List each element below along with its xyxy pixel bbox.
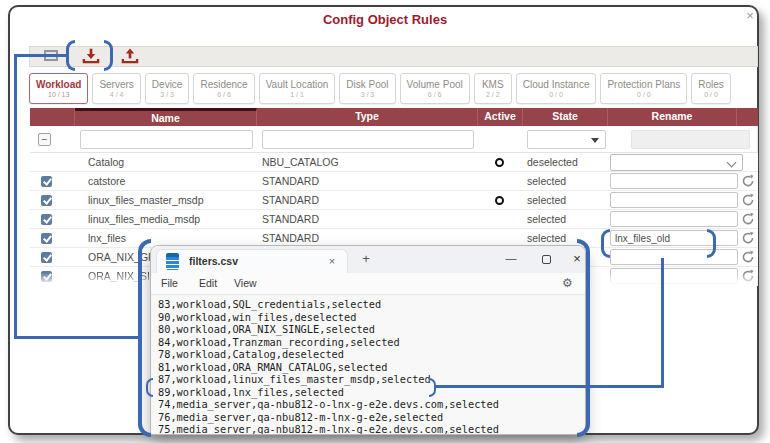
export-csv-download-icon[interactable]	[81, 47, 101, 66]
notepad-settings-gear-icon[interactable]	[562, 276, 573, 290]
tab-servers[interactable]: Servers 4 / 4	[92, 73, 140, 104]
column-header-type[interactable]: Type	[257, 108, 478, 126]
rename-input[interactable]	[610, 211, 738, 227]
tab-count: 6 / 6	[217, 91, 231, 98]
table-row: Catalog NBU_CATALOG deselected	[30, 153, 758, 172]
annotation-paren-download-right	[104, 40, 113, 71]
column-header-name[interactable]: Name	[75, 108, 257, 126]
row-checkbox[interactable]	[41, 271, 52, 282]
notepad-menubar: File Edit View	[151, 273, 585, 295]
tab-count: 3 / 3	[160, 91, 174, 98]
row-checkbox[interactable]	[41, 252, 52, 263]
annotation-paren-csvline-left	[146, 378, 153, 397]
tab-count: 4 / 4	[110, 91, 124, 98]
collapse-all-button[interactable]	[38, 133, 51, 146]
row-name: Catalog	[88, 153, 124, 172]
tabs-bar: Workload 10 / 13 Servers 4 / 4 Device 3 …	[29, 73, 759, 105]
filter-row	[30, 126, 758, 153]
tab-disk-pool[interactable]: Disk Pool 3 / 3	[339, 73, 395, 104]
column-header-state[interactable]: State	[523, 108, 608, 126]
tab-label: Servers	[99, 79, 133, 90]
table-header: Name Type Active State Rename	[30, 108, 758, 126]
annotation-line-csvline-horizontal	[436, 385, 664, 388]
tab-count: 10 / 13	[48, 91, 69, 98]
csv-line: 90,workload,win_files,deselected	[158, 311, 585, 324]
row-name: linux_files_master_msdp	[88, 191, 204, 210]
notepad-new-tab-icon[interactable]	[359, 252, 373, 266]
notepad-window: filters.csv File Edit View 83,workload,S…	[150, 245, 586, 435]
tab-count: 0 / 0	[704, 91, 718, 98]
tab-count: 2 / 2	[486, 91, 500, 98]
annotation-bracket-notepad-left	[138, 239, 151, 437]
csv-line: 83,workload,SQL_credentials,selected	[158, 298, 585, 311]
table-row: catstore STANDARD selected	[30, 172, 758, 191]
name-filter-input[interactable]	[80, 130, 253, 149]
csv-line: 74,media_server,qa-nbu812-o-lnx-g-e2e.de…	[158, 398, 585, 411]
notepad-content[interactable]: 83,workload,SQL_credentials,selected 90,…	[151, 295, 585, 435]
row-state: deselected	[527, 153, 578, 172]
tab-kms[interactable]: KMS 2 / 2	[474, 73, 512, 104]
csv-line: 78,workload,Catalog,deselected	[158, 348, 585, 361]
rename-input[interactable]	[610, 230, 738, 246]
tab-label: Device	[152, 79, 183, 90]
column-header-active[interactable]: Active	[478, 108, 523, 126]
tab-count: 6 / 6	[428, 91, 442, 98]
notepad-maximize-icon[interactable]	[542, 255, 551, 264]
refresh-icon[interactable]	[741, 269, 755, 283]
annotation-paren-rename-left	[601, 229, 610, 258]
notepad-tab-close-icon[interactable]	[325, 254, 339, 268]
tab-label: Protection Plans	[607, 79, 680, 90]
annotation-bracket-notepad-right	[577, 239, 590, 437]
csv-line: 76,media_server,qa-nbu812-m-lnx-g-e2e,se…	[158, 411, 585, 424]
row-checkbox[interactable]	[41, 233, 52, 244]
notepad-minimize-icon[interactable]	[503, 252, 519, 266]
table-row: linux_files_media_msdp STANDARD selected	[30, 210, 758, 229]
refresh-icon[interactable]	[741, 193, 755, 207]
row-checkbox[interactable]	[41, 195, 52, 206]
rename-input[interactable]	[610, 192, 738, 208]
refresh-icon[interactable]	[741, 250, 755, 264]
type-filter-input[interactable]	[262, 130, 474, 149]
tab-vault-location[interactable]: Vault Location 1 / 1	[259, 73, 336, 104]
tab-count: 0 / 0	[549, 91, 563, 98]
rename-input[interactable]	[610, 249, 738, 265]
column-header-actions	[737, 108, 758, 126]
refresh-icon[interactable]	[741, 174, 755, 188]
notepad-tab[interactable]: filters.csv	[156, 249, 348, 273]
dialog-title: Config Object Rules	[0, 12, 770, 27]
tab-count: 1 / 1	[290, 91, 304, 98]
row-name: catstore	[88, 172, 125, 191]
notepad-titlebar[interactable]: filters.csv	[151, 246, 585, 273]
rename-input[interactable]	[610, 173, 738, 189]
tab-residence[interactable]: Residence 6 / 6	[193, 73, 254, 104]
row-state: selected	[527, 191, 566, 210]
refresh-icon[interactable]	[741, 231, 755, 245]
tab-cloud-instance[interactable]: Cloud Instance 0 / 0	[516, 73, 597, 104]
annotation-line-top	[14, 54, 66, 57]
tab-count: 0 / 0	[637, 91, 651, 98]
tab-workload[interactable]: Workload 10 / 13	[29, 73, 88, 104]
state-filter-dropdown[interactable]	[527, 130, 606, 149]
active-indicator-icon	[495, 196, 504, 205]
tab-device[interactable]: Device 3 / 3	[145, 73, 190, 104]
dialog-close-icon[interactable]	[742, 8, 758, 24]
notepad-file-icon	[166, 253, 179, 270]
tab-roles[interactable]: Roles 0 / 0	[691, 73, 731, 104]
tab-label: Vault Location	[266, 79, 329, 90]
csv-line: 87,workload,linux_files_master_msdp,sele…	[158, 373, 585, 386]
row-type: NBU_CATALOG	[262, 153, 339, 172]
rename-input[interactable]	[610, 268, 738, 284]
tab-volume-pool[interactable]: Volume Pool 6 / 6	[400, 73, 470, 104]
column-header-rename[interactable]: Rename	[608, 108, 737, 126]
rename-filter-box	[631, 130, 750, 149]
row-checkbox[interactable]	[41, 214, 52, 225]
refresh-icon[interactable]	[741, 212, 755, 226]
notepad-menu-file[interactable]: File	[161, 277, 178, 289]
notepad-menu-edit[interactable]: Edit	[199, 277, 217, 289]
row-checkbox[interactable]	[41, 176, 52, 187]
tab-protection-plans[interactable]: Protection Plans 0 / 0	[600, 73, 687, 104]
notepad-menu-view[interactable]: View	[234, 277, 257, 289]
csv-line: 80,workload,ORA_NIX_SINGLE,selected	[158, 323, 585, 336]
rename-dropdown[interactable]	[610, 154, 743, 171]
import-csv-upload-icon[interactable]	[120, 47, 140, 66]
